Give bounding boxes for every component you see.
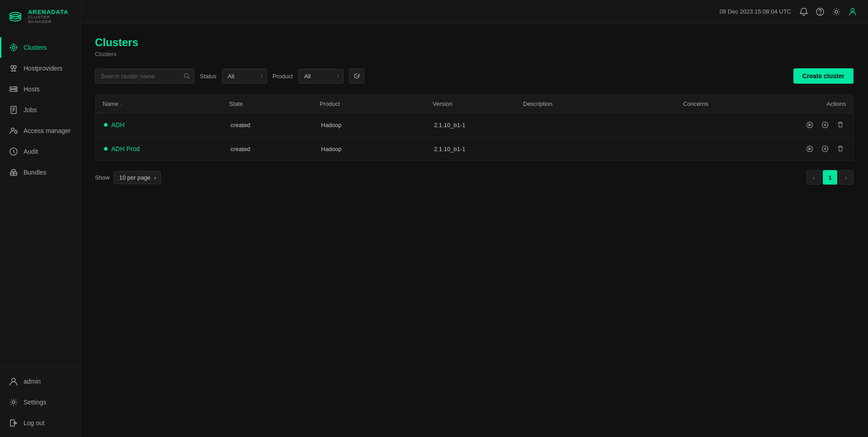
logout-icon [9,418,18,428]
search-icon [184,73,190,79]
svg-point-35 [12,401,15,404]
hostproviders-icon [9,64,18,73]
row-1-status-dot [104,123,108,127]
show-label: Show [95,174,110,181]
sidebar-item-access-manager[interactable]: Access manager [0,120,80,141]
sidebar-item-jobs[interactable]: Jobs [0,100,80,120]
product-label: Product [273,73,293,80]
create-cluster-button[interactable]: Create cluster [793,68,854,84]
per-page-label: 10 per page [119,174,151,181]
user-active-icon[interactable] [848,7,857,16]
svg-point-11 [14,66,16,68]
sidebar-item-label-jobs: Jobs [24,106,37,114]
svg-point-17 [15,87,16,88]
table-row[interactable]: ADH Prod created Hadoop 2.1.10_b1-1 [95,137,853,161]
sidebar-item-settings[interactable]: Settings [0,392,80,413]
sidebar-item-clusters[interactable]: Clusters [0,37,80,58]
sidebar-item-label-settings: Settings [24,399,47,406]
sidebar-nav: Clusters Hostproviders [0,33,80,367]
svg-point-5 [10,44,17,51]
pagination-next-button[interactable]: › [839,170,854,185]
status-select-wrapper: All Created Running Stopped › [222,69,267,84]
reset-filters-button[interactable] [349,68,364,84]
sidebar-item-hostproviders[interactable]: Hostproviders [0,58,80,79]
search-input[interactable] [95,69,194,84]
row-1-actions [774,119,846,130]
sidebar-item-hosts[interactable]: Hosts [0,79,80,100]
svg-point-42 [184,74,189,78]
main-content: 08 Dec 2023 15:08:04 UTC [80,0,868,437]
svg-line-43 [188,77,190,79]
svg-point-4 [12,46,15,49]
sidebar-item-label-access-manager: Access manager [24,127,71,134]
help-icon[interactable] [816,7,825,16]
svg-line-29 [14,152,15,153]
row-1-product: Hadoop [321,122,434,128]
hosts-icon [9,85,18,94]
sidebar-item-label-bundles: Bundles [24,169,47,176]
product-select[interactable]: All Hadoop Spark [298,69,344,84]
svg-point-7 [16,47,18,48]
col-description-label: Description [523,100,552,107]
access-manager-icon [9,126,18,135]
pagination-bar: Show 10 per page › ‹ 1 › [95,170,854,185]
topbar: 08 Dec 2023 15:08:04 UTC [80,0,868,24]
row-1-add-button[interactable] [820,119,830,130]
table-header: Name ↓ State Product Version Description… [95,95,853,113]
sidebar-item-label-hostproviders: Hostproviders [24,65,62,72]
pagination-page-1[interactable]: 1 [823,170,837,185]
pagination-pages: ‹ 1 › [807,170,854,185]
row-2-add-button[interactable] [820,143,830,154]
row-2-product: Hadoop [321,146,434,152]
table-row[interactable]: ADH created Hadoop 2.1.10_b1-1 [95,113,853,137]
toolbar: Status All Created Running Stopped › Pro… [95,68,854,84]
col-name-label: Name [103,100,118,107]
col-version-label: Version [433,100,452,107]
row-1-run-button[interactable] [804,119,815,130]
svg-point-41 [851,8,854,11]
row-2-delete-button[interactable] [835,143,846,154]
col-version: Version [433,100,523,107]
col-product-label: Product [320,100,340,107]
per-page-button[interactable]: 10 per page › [113,171,161,184]
per-page-select: Show 10 per page › [95,171,161,184]
col-concerns: Concerns [683,100,774,107]
sidebar-item-audit[interactable]: Audit [0,141,80,162]
row-2-name: ADH Prod [104,145,231,152]
logo-sub: CLUSTER MANAGER [28,15,73,24]
col-state-label: State [229,100,243,107]
page-content: Clusters Clusters Status All Created [80,24,868,437]
svg-point-34 [12,378,15,382]
page-title: Clusters [95,36,854,49]
logo-icon [7,8,24,25]
sidebar-item-logout[interactable]: Log out [0,413,80,433]
svg-point-40 [835,10,838,13]
row-2-status-dot [104,147,108,151]
sidebar-item-label-admin: admin [24,378,41,385]
sidebar-item-bundles[interactable]: Bundles [0,162,80,183]
admin-icon [9,377,18,386]
sort-icon-name[interactable]: ↓ [120,101,123,107]
svg-point-8 [13,50,14,52]
logo-text: ARENADATA CLUSTER MANAGER [28,9,73,24]
logo-brand: ARENADATA [28,9,73,15]
status-select[interactable]: All Created Running Stopped [222,69,267,84]
sidebar-item-label-logout: Log out [24,419,45,427]
pagination-prev-button[interactable]: ‹ [807,170,821,185]
breadcrumb: Clusters [95,51,854,57]
clusters-icon [9,43,18,52]
search-box [95,69,194,84]
svg-rect-31 [12,170,15,172]
row-1-delete-button[interactable] [835,119,846,130]
col-name: Name ↓ [103,100,229,107]
notifications-icon[interactable] [799,7,808,16]
sidebar-bottom: admin Settings Log out [0,367,80,437]
svg-point-18 [15,90,16,91]
row-1-version: 2.1.10_b1-1 [434,122,524,128]
sidebar-item-admin[interactable]: admin [0,371,80,392]
settings-topbar-icon[interactable] [832,7,841,16]
svg-rect-19 [11,106,16,114]
row-2-name-text: ADH Prod [111,145,140,152]
col-product: Product [320,100,433,107]
row-2-run-button[interactable] [804,143,815,154]
